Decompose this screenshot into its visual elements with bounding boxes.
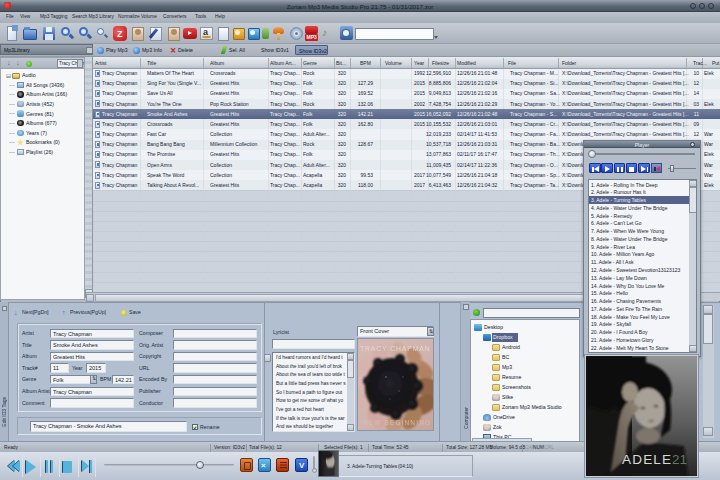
svg-text:ADELE: ADELE	[622, 452, 672, 467]
svg-text:21: 21	[672, 452, 687, 467]
svg-text:TRACY CHAPMAN: TRACY CHAPMAN	[360, 345, 431, 352]
svg-text:NEW BEGINNING: NEW BEGINNING	[363, 419, 431, 426]
